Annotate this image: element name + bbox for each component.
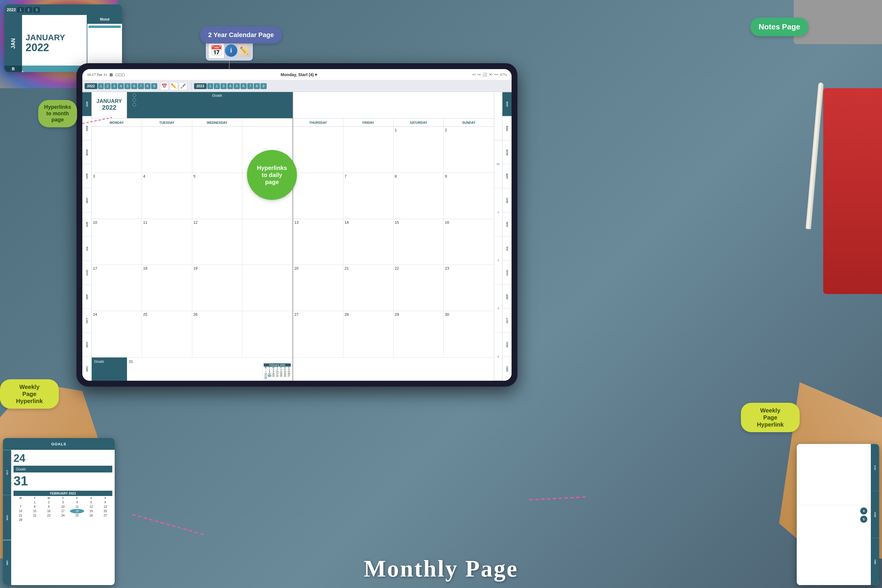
nav-num-r5[interactable]: 5: [234, 83, 240, 89]
tab-right-jun[interactable]: JUN: [502, 212, 512, 236]
card-bl-tab-oct[interactable]: OCT: [3, 450, 11, 495]
cal-cell-4-3[interactable]: [242, 311, 292, 357]
cal-cell-1-1[interactable]: 4: [142, 173, 192, 219]
tab-may[interactable]: MAY: [82, 188, 92, 212]
cal-cell-1-2[interactable]: 5: [192, 173, 243, 219]
chevron-down-icon[interactable]: ▾: [315, 72, 317, 77]
pen-icon[interactable]: ✏️: [170, 82, 178, 90]
nav-num-r7[interactable]: 7: [247, 83, 254, 89]
nav-num-r8[interactable]: 8: [254, 83, 260, 89]
cal-cell-r4-2[interactable]: 29: [394, 311, 444, 357]
cal-cell-r1-0[interactable]: 6: [293, 173, 344, 219]
nav-year-2022[interactable]: 2022: [85, 83, 98, 89]
br-circle-4[interactable]: 4: [860, 507, 867, 514]
cal-cell-r1-1[interactable]: 7: [344, 173, 394, 219]
tab-right-jan[interactable]: JAN: [502, 92, 512, 116]
tab-right-mar[interactable]: MAR: [502, 140, 512, 164]
nav-num-r4[interactable]: 4: [227, 83, 233, 89]
nav-num-r1[interactable]: 1: [207, 83, 213, 89]
tab-sep[interactable]: SEP: [82, 285, 92, 309]
cal-cell-4-1[interactable]: 25: [142, 311, 192, 357]
pen-tool-icon[interactable]: ✏️: [237, 44, 250, 57]
tab-right-nov[interactable]: NOV: [502, 333, 512, 357]
tab-right-dec[interactable]: DEC: [502, 357, 512, 381]
cal-cell-r3-2[interactable]: 22: [394, 265, 444, 311]
tab-right-jul[interactable]: JUL: [502, 236, 512, 261]
cal-cell-r4-3[interactable]: 30: [444, 311, 494, 357]
cal-cell-r3-1[interactable]: 21: [344, 265, 394, 311]
cal-cell-r0-0[interactable]: [293, 127, 344, 172]
card-tl-num-2[interactable]: 2: [25, 7, 32, 13]
nav-num-6[interactable]: 6: [131, 83, 137, 89]
cal-cell-r4-0[interactable]: 27: [293, 311, 344, 357]
tab-right-may[interactable]: MAY: [502, 188, 512, 212]
export-icon[interactable]: ⬜: [483, 72, 487, 77]
cal-cell-r2-0[interactable]: 13: [293, 219, 344, 265]
tab-right-aug[interactable]: AUG: [502, 261, 512, 285]
tab-feb[interactable]: FEB: [82, 116, 92, 140]
nav-year-2023[interactable]: 2023: [194, 83, 207, 89]
cal-cell-r2-2[interactable]: 15: [394, 219, 444, 265]
card-bl-tab-nov[interactable]: NOV: [3, 495, 11, 540]
tab-oct[interactable]: OCT: [82, 308, 92, 333]
tab-aug[interactable]: AUG: [82, 261, 92, 285]
cal-cell-3-2[interactable]: 19: [192, 265, 243, 311]
cal-cell-4-2[interactable]: 26: [192, 311, 243, 357]
undo-icon[interactable]: ↩: [472, 72, 476, 77]
tab-jan[interactable]: JAN: [82, 92, 92, 116]
cal-cell-r1-2[interactable]: 8: [394, 173, 444, 219]
cal-cell-r2-3[interactable]: 16: [444, 219, 494, 265]
cal-cell-r2-1[interactable]: 14: [344, 219, 394, 265]
cal-cell-2-1[interactable]: 11: [142, 219, 192, 265]
nav-num-3[interactable]: 3: [111, 83, 117, 89]
card-tl-num-3[interactable]: 3: [33, 7, 40, 13]
tab-dec[interactable]: DEC: [82, 357, 92, 381]
cal-cell-2-3[interactable]: [242, 219, 292, 265]
nav-num-5[interactable]: 5: [124, 83, 130, 89]
br-circle-5[interactable]: 5: [860, 516, 867, 523]
cal-cell-r3-0[interactable]: 20: [293, 265, 344, 311]
tab-jul[interactable]: JUL: [82, 236, 92, 261]
calendar-icon[interactable]: 📅: [160, 82, 168, 90]
nav-num-1[interactable]: 1: [98, 83, 104, 89]
cal-cell-4-0[interactable]: 24: [92, 311, 142, 357]
nav-num-7[interactable]: 7: [138, 83, 144, 89]
nav-num-2[interactable]: 2: [104, 83, 111, 89]
tab-right-sep[interactable]: SEP: [502, 285, 512, 309]
cal-cell-1-0[interactable]: 3: [92, 173, 142, 219]
card-tl-b-button[interactable]: B: [4, 66, 22, 72]
cal-cell-3-1[interactable]: 18: [142, 265, 192, 311]
card-tl-month-tab[interactable]: JAN: [4, 15, 22, 72]
calendar-page-icon[interactable]: 📅: [208, 42, 225, 59]
cal-cell-3-3[interactable]: [242, 265, 292, 311]
tab-mar[interactable]: MAR: [82, 140, 92, 164]
card-br-tab-nov[interactable]: NOV: [871, 491, 879, 538]
cal-cell-0-2[interactable]: [192, 127, 243, 172]
close-icon[interactable]: ✕: [489, 72, 492, 77]
tab-right-apr[interactable]: APR: [502, 164, 512, 188]
cal-cell-r4-1[interactable]: 28: [344, 311, 394, 357]
cal-cell-0-1[interactable]: [142, 127, 192, 172]
nav-num-r3[interactable]: 3: [220, 83, 226, 89]
tab-nov[interactable]: NOV: [82, 333, 92, 357]
nav-num-4[interactable]: 4: [118, 83, 124, 89]
cal-cell-2-2[interactable]: 12: [192, 219, 243, 265]
tab-right-oct[interactable]: OCT: [502, 308, 512, 333]
tab-right-feb[interactable]: FEB: [502, 116, 512, 140]
redo-icon[interactable]: ↪: [477, 72, 481, 77]
cal-cell-r0-1[interactable]: [344, 127, 394, 172]
cal-cell-r1-3[interactable]: 9: [444, 173, 494, 219]
tab-jun[interactable]: JUN: [82, 212, 92, 236]
card-tl-num-1[interactable]: 1: [17, 7, 24, 13]
nav-num-8[interactable]: 8: [145, 83, 151, 89]
card-br-tab-oct[interactable]: OCT: [871, 444, 879, 491]
more-icon[interactable]: •••: [494, 72, 498, 77]
cal-cell-3-0[interactable]: 17: [92, 265, 142, 311]
nav-num-r9[interactable]: 9: [261, 83, 267, 89]
cal-cell-2-0[interactable]: 10: [92, 219, 142, 265]
cal-cell-0-0[interactable]: [92, 127, 142, 172]
nav-num-9[interactable]: 9: [151, 83, 157, 89]
cal-cell-r3-3[interactable]: 23: [444, 265, 494, 311]
tab-apr[interactable]: APR: [82, 164, 92, 188]
cal-cell-r0-3[interactable]: 2: [444, 127, 494, 172]
